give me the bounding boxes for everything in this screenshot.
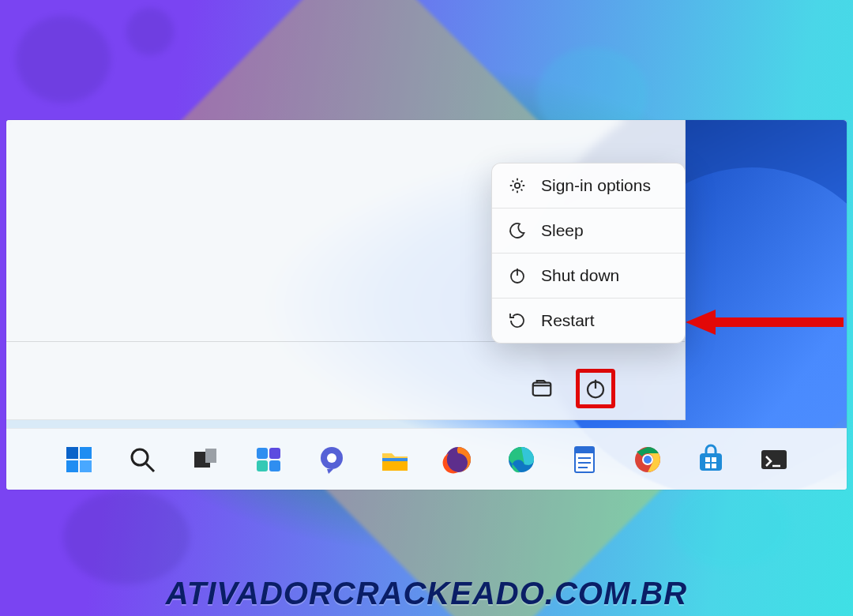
chrome-icon bbox=[632, 444, 663, 475]
power-button[interactable] bbox=[576, 369, 615, 408]
search-icon bbox=[126, 444, 158, 475]
notepad[interactable] bbox=[566, 441, 603, 478]
taskbar bbox=[6, 428, 847, 490]
svg-rect-23 bbox=[382, 458, 408, 461]
file-explorer[interactable] bbox=[377, 441, 413, 478]
svg-line-13 bbox=[146, 464, 154, 471]
svg-rect-17 bbox=[269, 448, 280, 459]
svg-rect-8 bbox=[66, 447, 78, 459]
svg-rect-15 bbox=[205, 449, 216, 463]
power-menu: Sign-in options Sleep Shut down bbox=[491, 163, 686, 344]
svg-rect-37 bbox=[705, 464, 710, 468]
restart-icon bbox=[508, 311, 527, 330]
svg-rect-0 bbox=[533, 383, 551, 396]
widgets-button[interactable] bbox=[250, 441, 287, 478]
svg-rect-27 bbox=[575, 447, 594, 453]
svg-rect-35 bbox=[705, 457, 710, 462]
terminal[interactable] bbox=[756, 441, 792, 478]
svg-rect-19 bbox=[269, 460, 280, 471]
chat-icon bbox=[316, 444, 348, 475]
chat-button[interactable] bbox=[314, 441, 350, 478]
svg-rect-38 bbox=[712, 464, 716, 468]
svg-point-21 bbox=[327, 453, 336, 463]
menu-item-sleep[interactable]: Sleep bbox=[492, 208, 685, 253]
menu-label: Sign-in options bbox=[541, 176, 651, 195]
svg-rect-11 bbox=[80, 460, 92, 472]
notepad-icon bbox=[569, 444, 600, 475]
chrome[interactable] bbox=[629, 441, 666, 478]
firefox[interactable] bbox=[440, 441, 476, 478]
menu-item-restart[interactable]: Restart bbox=[492, 298, 685, 343]
terminal-icon bbox=[758, 444, 790, 475]
documents-icon bbox=[530, 377, 554, 400]
annotation-arrow bbox=[686, 306, 844, 338]
svg-point-3 bbox=[515, 183, 520, 188]
folder-icon bbox=[379, 444, 411, 475]
moon-icon bbox=[508, 221, 527, 240]
edge-icon bbox=[505, 444, 537, 475]
microsoft-store[interactable] bbox=[693, 441, 729, 478]
svg-rect-9 bbox=[80, 447, 92, 459]
edge[interactable] bbox=[503, 441, 539, 478]
power-icon bbox=[508, 266, 527, 285]
start-button[interactable] bbox=[61, 441, 97, 478]
svg-point-12 bbox=[132, 449, 148, 465]
store-icon bbox=[695, 444, 727, 475]
firefox-icon bbox=[442, 444, 474, 475]
screenshot-panel: Sign-in options Sleep Shut down bbox=[6, 120, 847, 490]
menu-item-shutdown[interactable]: Shut down bbox=[492, 253, 685, 298]
documents-button[interactable] bbox=[522, 369, 562, 408]
menu-item-signin-options[interactable]: Sign-in options bbox=[492, 163, 685, 208]
svg-point-33 bbox=[644, 456, 652, 464]
win11-logo-icon bbox=[63, 444, 95, 475]
svg-rect-36 bbox=[712, 457, 716, 462]
menu-label: Shut down bbox=[541, 266, 619, 285]
menu-label: Restart bbox=[541, 311, 595, 330]
taskview-icon bbox=[190, 444, 221, 475]
svg-rect-16 bbox=[257, 448, 268, 459]
watermark-text: ATIVADORCRACKEADO.COM.BR bbox=[0, 576, 853, 611]
svg-rect-34 bbox=[700, 453, 722, 471]
page-background: ORDEM E PROGRESSO bbox=[0, 0, 853, 616]
widgets-icon bbox=[253, 444, 284, 475]
svg-rect-18 bbox=[257, 460, 268, 471]
svg-rect-10 bbox=[66, 460, 78, 472]
gear-icon bbox=[508, 176, 527, 195]
svg-marker-7 bbox=[686, 310, 716, 335]
start-bottom-row bbox=[522, 369, 615, 408]
search-button[interactable] bbox=[124, 441, 160, 478]
menu-label: Sleep bbox=[541, 221, 584, 240]
power-icon bbox=[584, 377, 607, 400]
task-view-button[interactable] bbox=[187, 441, 224, 478]
